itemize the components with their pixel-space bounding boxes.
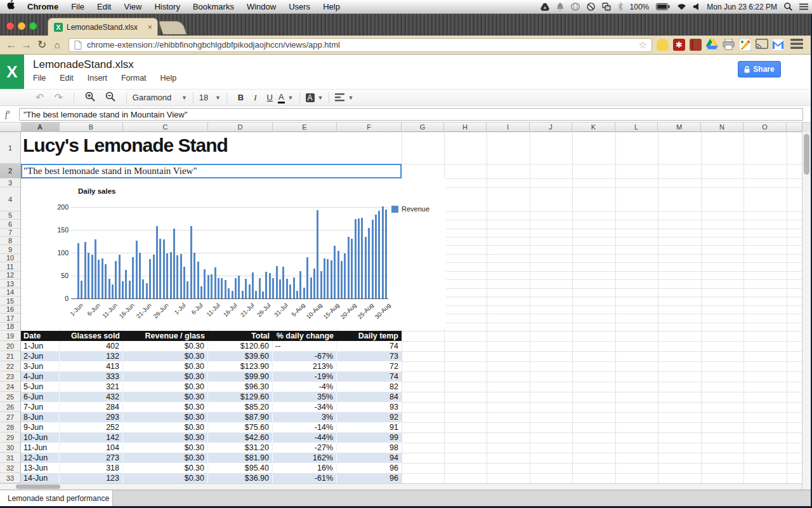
- table-cell[interactable]: $0.30: [123, 473, 208, 483]
- column-header-F[interactable]: F: [337, 123, 402, 132]
- table-cell[interactable]: $0.30: [123, 361, 208, 371]
- column-header-D[interactable]: D: [208, 123, 273, 132]
- table-cell[interactable]: $0.30: [123, 432, 208, 443]
- table-cell[interactable]: 7-Jun: [21, 402, 60, 412]
- table-cell[interactable]: 4-Jun: [21, 371, 60, 382]
- column-header-J[interactable]: J: [530, 123, 572, 132]
- drive-status-icon[interactable]: [540, 3, 549, 11]
- row-header-6[interactable]: 6: [0, 220, 21, 229]
- bold-button[interactable]: B: [233, 93, 249, 102]
- window-close-button[interactable]: [6, 22, 14, 30]
- reload-button[interactable]: ↻: [34, 38, 49, 51]
- cast-extension-icon[interactable]: [756, 39, 768, 51]
- row-header-32[interactable]: 32: [0, 463, 21, 473]
- table-cell[interactable]: 273: [60, 453, 123, 463]
- back-button[interactable]: ←: [4, 39, 19, 51]
- row-header-27[interactable]: 27: [0, 412, 21, 422]
- table-cell[interactable]: $0.30: [123, 412, 208, 422]
- gmail-extension-icon[interactable]: [772, 39, 784, 51]
- table-cell[interactable]: 93: [337, 402, 402, 412]
- table-row[interactable]: 7-Jun284$0.30$85.20-34%93: [21, 402, 402, 412]
- forward-button[interactable]: →: [19, 39, 34, 51]
- column-header-I[interactable]: I: [487, 123, 530, 132]
- table-cell[interactable]: 8-Jun: [21, 412, 60, 422]
- row-header-9[interactable]: 9: [0, 245, 21, 254]
- table-cell[interactable]: 73: [337, 351, 402, 361]
- table-cell[interactable]: 35%: [273, 392, 337, 402]
- table-cell[interactable]: $123.90: [208, 361, 273, 371]
- table-cell[interactable]: 96: [337, 473, 402, 483]
- table-cell[interactable]: $36.90: [208, 473, 273, 483]
- table-cell[interactable]: 318: [60, 463, 123, 473]
- font-size-select[interactable]: 18▼: [199, 93, 221, 102]
- row-header-25[interactable]: 25: [0, 392, 21, 402]
- row-header-21[interactable]: 21: [0, 351, 21, 361]
- redo-button[interactable]: ↷: [49, 91, 67, 104]
- table-cell[interactable]: $0.30: [123, 382, 208, 392]
- share-button[interactable]: Share: [738, 61, 781, 77]
- bookmark-star-icon[interactable]: ☆: [639, 39, 647, 51]
- column-header-K[interactable]: K: [572, 123, 615, 132]
- table-cell[interactable]: 6-Jun: [21, 392, 60, 402]
- menubar-item-view[interactable]: View: [117, 2, 148, 11]
- table-row[interactable]: 6-Jun432$0.30$129.6035%84: [21, 392, 402, 402]
- column-header-B[interactable]: B: [60, 123, 123, 132]
- table-cell[interactable]: 94: [337, 453, 402, 463]
- sheet-tab-active[interactable]: Lemonade stand performance: [0, 490, 113, 507]
- table-cell[interactable]: $0.30: [123, 422, 208, 432]
- volume-icon[interactable]: [693, 3, 700, 10]
- column-header-H[interactable]: H: [444, 123, 487, 132]
- table-cell[interactable]: $75.60: [208, 422, 273, 432]
- table-cell[interactable]: $0.30: [123, 351, 208, 361]
- table-row[interactable]: 1-Jun402$0.30$120.60--74: [21, 341, 402, 351]
- row-header-16[interactable]: 16: [0, 305, 21, 314]
- window-zoom-button[interactable]: [29, 22, 37, 30]
- menubar-item-users[interactable]: Users: [282, 2, 317, 11]
- selected-cell[interactable]: "The best lemonade stand in Mountain Vie…: [21, 164, 402, 178]
- italic-button[interactable]: I: [249, 93, 261, 103]
- table-cell[interactable]: $99.90: [208, 371, 273, 382]
- table-cell[interactable]: 74: [337, 371, 402, 382]
- table-cell[interactable]: 293: [60, 412, 123, 422]
- row-header-2[interactable]: 2: [0, 164, 21, 178]
- table-row[interactable]: 10-Jun142$0.30$42.60-44%99: [21, 432, 402, 443]
- notification-center-icon[interactable]: [799, 3, 808, 10]
- table-cell[interactable]: 96: [337, 463, 402, 473]
- browser-tab[interactable]: X LemonadeStand.xlsx ×: [48, 18, 158, 36]
- print-extension-icon[interactable]: [723, 39, 735, 51]
- table-cell[interactable]: 104: [60, 443, 123, 453]
- home-button[interactable]: ⌂: [49, 39, 65, 50]
- table-cell[interactable]: 333: [60, 371, 123, 382]
- row-header-1[interactable]: 1: [0, 132, 21, 164]
- table-cell[interactable]: 16%: [273, 463, 337, 473]
- app-menu-help[interactable]: Help: [160, 74, 177, 83]
- table-row[interactable]: 9-Jun252$0.30$75.60-14%91: [21, 422, 402, 432]
- table-cell[interactable]: 123: [60, 473, 123, 483]
- column-header-N[interactable]: N: [701, 123, 743, 132]
- table-cell[interactable]: -34%: [273, 402, 337, 412]
- row-header-5[interactable]: 5: [0, 211, 21, 220]
- url-text[interactable]: chrome-extension://ehibbfinohgbchlgdbfpi…: [87, 40, 634, 50]
- table-cell[interactable]: $39.60: [208, 351, 273, 361]
- window-minimize-button[interactable]: [18, 22, 25, 30]
- menubar-item-bookmarks[interactable]: Bookmarks: [187, 2, 240, 11]
- spotlight-icon[interactable]: [784, 3, 792, 11]
- app-menu-edit[interactable]: Edit: [60, 74, 74, 83]
- undo-button[interactable]: ↶: [30, 91, 49, 104]
- table-row[interactable]: 2-Jun132$0.30$39.60-67%73: [21, 351, 402, 361]
- row-header-28[interactable]: 28: [0, 422, 21, 432]
- chrome-menu-button[interactable]: [790, 39, 803, 51]
- table-cell[interactable]: 10-Jun: [21, 432, 60, 443]
- table-cell[interactable]: 321: [60, 382, 123, 392]
- table-cell[interactable]: 3%: [273, 412, 337, 422]
- table-cell[interactable]: 252: [60, 422, 123, 432]
- table-cell[interactable]: 162%: [273, 453, 337, 463]
- horizontal-scrollbar[interactable]: [0, 483, 802, 490]
- table-cell[interactable]: 132: [60, 351, 123, 361]
- table-cell[interactable]: $0.30: [123, 371, 208, 382]
- table-cell[interactable]: $0.30: [123, 453, 208, 463]
- table-cell[interactable]: 12-Jun: [21, 453, 60, 463]
- row-header-13[interactable]: 13: [0, 279, 21, 288]
- document-title[interactable]: LemonadeStand.xlsx: [33, 58, 134, 71]
- column-header-G[interactable]: G: [402, 123, 444, 132]
